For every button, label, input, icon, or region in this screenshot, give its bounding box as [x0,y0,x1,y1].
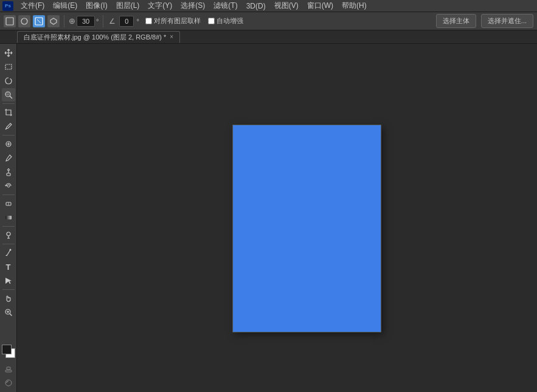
menu-filter[interactable]: 滤镜(T) [210,0,241,12]
tool-marquee[interactable] [2,60,15,74]
tool-eraser[interactable] [2,197,15,210]
svg-point-20 [7,232,10,236]
svg-point-1 [21,18,27,24]
menu-file[interactable]: 文件(F) [17,0,48,12]
checkbox1[interactable] [145,18,152,24]
tool-crop[interactable] [2,106,15,119]
tool-extra-1[interactable] [2,362,15,376]
tool-sep-4 [2,226,15,227]
menu-select[interactable]: 选择(S) [177,0,209,12]
doc-tab-title: 白底证件照素材.jpg @ 100% (图层 2, RGB/8#) * [24,33,166,42]
deg-symbol: ° [136,18,139,25]
fg-color-box[interactable] [2,345,12,354]
options-tool-icon-4[interactable] [47,15,60,27]
tool-sep-2 [2,135,15,136]
menu-layer[interactable]: 图层(L) [113,0,144,12]
menu-3d[interactable]: 3D(D) [243,1,269,12]
checkbox-group: 对所有图层取样 自动增强 [145,16,243,26]
options-sep-2 [103,15,103,27]
tool-sep-1 [2,103,15,104]
angle-icon: ⊕ [69,16,75,26]
tool-hand[interactable] [2,292,15,305]
menu-edit[interactable]: 编辑(E) [49,0,81,12]
tool-sep-5 [2,244,15,244]
tool-zoom[interactable] [2,306,15,319]
select-subject-button[interactable]: 选择主体 [436,14,476,28]
svg-line-7 [10,96,12,98]
angle-degree-label: ° [96,18,99,25]
options-angle-group: ⊕ ° [69,16,99,27]
options-tool-icon-3[interactable] [33,15,45,27]
ps-logo: Ps [2,1,13,11]
tool-sep-3 [2,194,15,195]
svg-rect-0 [6,18,13,25]
color-box-wrapper [2,345,15,358]
svg-rect-19 [5,216,12,219]
document-tab[interactable]: 白底证件照素材.jpg @ 100% (图层 2, RGB/8#) * × [17,31,180,43]
angle-value-input[interactable] [119,16,134,27]
options-tool-icon-1[interactable] [4,15,16,27]
svg-rect-28 [5,370,12,372]
svg-point-23 [9,249,11,251]
svg-rect-29 [7,367,10,370]
options-tool-icon-2[interactable] [18,15,30,27]
tab-close-button[interactable]: × [170,34,173,40]
menu-help[interactable]: 帮助(H) [338,0,370,12]
main-area: T [0,44,537,392]
checkbox1-label[interactable]: 对所有图层取样 [145,16,201,26]
angle-input[interactable] [77,16,95,27]
select-mask-button[interactable]: 选择并遮住... [481,14,533,28]
svg-rect-15 [7,173,10,176]
checkbox2-label[interactable]: 自动增强 [208,16,243,26]
canvas-document [233,125,381,332]
tool-history[interactable] [2,179,15,193]
tool-dodge[interactable] [2,229,15,242]
tool-clone[interactable] [2,165,15,179]
menu-window[interactable]: 窗口(W) [303,0,337,12]
tool-heal[interactable] [2,137,15,151]
canvas-area [17,44,537,392]
color-boxes [2,345,15,360]
tool-eyedropper[interactable] [2,120,15,133]
tool-text[interactable]: T [2,260,15,273]
svg-line-25 [10,314,12,315]
tool-brush[interactable] [2,151,15,165]
svg-line-10 [5,128,7,129]
menu-image[interactable]: 图像(I) [82,0,111,12]
svg-marker-4 [50,18,57,24]
tool-move[interactable] [2,46,15,60]
menu-view[interactable]: 视图(V) [271,0,302,12]
checkbox2[interactable] [208,18,215,24]
tab-bar: 白底证件照素材.jpg @ 100% (图层 2, RGB/8#) * × [0,30,537,44]
options-sep-1 [64,15,64,27]
canvas-container [233,125,381,332]
options-bar: ⊕ ° ∠ ° 对所有图层取样 自动增强 选择主体 选择并遮住... [0,12,537,30]
left-toolbar: T [0,44,17,392]
tool-path-select[interactable] [2,274,15,287]
svg-rect-5 [5,64,12,69]
tool-sep-6 [2,289,15,290]
tool-extra-2[interactable] [2,376,15,390]
svg-line-3 [37,19,41,23]
tool-lasso[interactable] [2,74,15,88]
tool-gradient[interactable] [2,211,15,224]
angle-deg-icon: ∠ [109,17,116,26]
tool-pen[interactable] [2,246,15,260]
menu-bar: Ps 文件(F) 编辑(E) 图像(I) 图层(L) 文字(Y) 选择(S) 滤… [0,0,537,12]
svg-point-16 [7,185,10,187]
menu-text[interactable]: 文字(Y) [144,0,176,12]
tool-quick-select[interactable] [2,88,15,101]
